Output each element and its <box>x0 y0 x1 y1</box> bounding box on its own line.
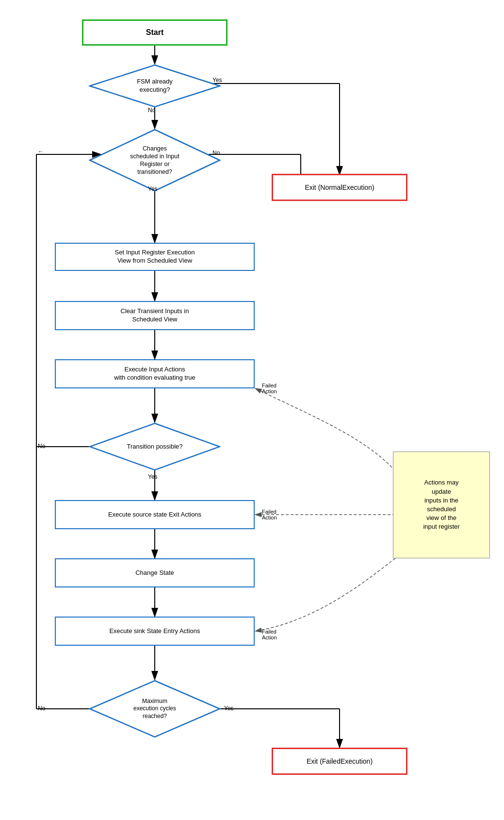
execute-entry-node: Execute sink State Entry Actions <box>55 617 255 646</box>
set-input-node: Set Input Register ExecutionView from Sc… <box>55 243 255 271</box>
fsm-check-diamond: FSM alreadyexecuting? <box>89 64 221 108</box>
execute-input-failed-label: FailedAction <box>262 383 277 394</box>
diagram-arrows <box>0 0 504 820</box>
changes-check-diamond: Changesscheduled in InputRegister ortran… <box>89 129 221 192</box>
transition-yes-label: Yes <box>148 473 158 480</box>
start-node: Start <box>82 19 228 46</box>
max-cycles-diamond: Maximumexecution cyclesreached? <box>89 680 221 738</box>
diagram-container: Start FSM alreadyexecuting? Yes No Chang… <box>0 0 504 820</box>
exit-failed-node: Exit (FailedExecution) <box>272 748 407 775</box>
change-state-node: Change State <box>55 558 255 587</box>
execute-input-node: Execute Input Actionswith condition eval… <box>55 359 255 388</box>
changes-no-left-label: ← <box>38 148 44 155</box>
exit-failed-label: FailedAction <box>262 509 277 520</box>
fsm-no-label: No <box>148 107 155 114</box>
fsm-yes-label: Yes <box>212 77 222 84</box>
transition-no-label: No <box>38 443 45 450</box>
clear-transient-node: Clear Transient Inputs inScheduled View <box>55 301 255 330</box>
execute-exit-node: Execute source state Exit Actions <box>55 500 255 529</box>
changes-yes-label: Yes <box>148 185 158 192</box>
exit-normal-node: Exit (NormalExecution) <box>272 174 407 201</box>
note-box: Actions mayupdateinputs in thescheduledv… <box>393 452 490 558</box>
max-cycles-yes-label: Yes <box>224 705 234 712</box>
entry-failed-label: FailedAction <box>262 629 277 640</box>
transition-check-diamond: Transition possible? <box>89 422 221 471</box>
max-cycles-no-label: No <box>38 705 45 712</box>
changes-no-label: No <box>212 150 220 156</box>
